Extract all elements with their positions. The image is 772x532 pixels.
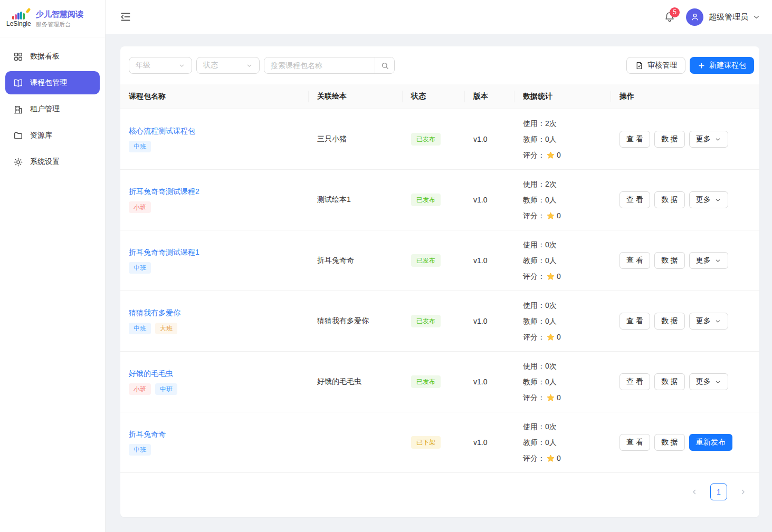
usage-value: 0次 <box>545 297 557 313</box>
cell-version: v1.0 <box>465 373 514 390</box>
cell-stats: 使用：0次 教师：0人 评分： 0 <box>514 354 611 410</box>
sidebar-item-label: 资源库 <box>30 131 52 140</box>
cell-actions: 查 看 数 据 更多 <box>611 369 759 394</box>
notification-bell-icon[interactable]: 5 <box>664 11 675 23</box>
course-package-panel: 年级 状态 <box>120 46 759 517</box>
chevron-down-icon <box>714 136 721 143</box>
sidebar-item-label: 租户管理 <box>30 104 60 114</box>
chevron-down-icon <box>178 62 185 69</box>
course-package-link[interactable]: 好饿的毛毛虫 <box>129 369 173 379</box>
lesingle-logo-icon: LeSingle <box>6 10 31 27</box>
star-icon <box>546 393 555 402</box>
table-header: 课程包名称 关联绘本 状态 版本 数据统计 操作 <box>120 84 759 109</box>
brand-subtitle: 服务管理后台 <box>36 21 83 28</box>
course-package-link[interactable]: 折耳兔奇奇 <box>129 430 166 439</box>
cell-version: v1.0 <box>465 131 514 148</box>
more-button[interactable]: 更多 <box>689 252 728 269</box>
usage-value: 0次 <box>545 358 557 374</box>
file-check-icon <box>635 61 644 70</box>
data-button[interactable]: 数 据 <box>654 131 685 148</box>
more-button[interactable]: 更多 <box>689 131 728 148</box>
grade-tags: 小班中班 <box>129 383 177 395</box>
republish-button[interactable]: 重新发布 <box>689 434 732 451</box>
grade-tag: 中班 <box>129 323 151 334</box>
sidebar-item-label: 系统设置 <box>30 157 60 167</box>
rating-value: 0 <box>557 208 561 224</box>
cell-actions: 查 看 数 据 重新发布 <box>611 430 759 455</box>
star-icon <box>546 272 555 281</box>
cell-book: 三只小猪 <box>309 130 403 148</box>
status-badge: 已发布 <box>411 254 441 267</box>
grade-tag: 小班 <box>129 383 151 395</box>
sidebar-item-label: 数据看板 <box>30 52 60 61</box>
notification-count-badge: 5 <box>670 7 680 17</box>
more-button[interactable]: 更多 <box>689 191 728 208</box>
user-menu[interactable]: 超级管理员 <box>686 8 760 26</box>
pagination: 1 <box>120 473 759 517</box>
sidebar-item-dashboard[interactable]: 数据看板 <box>5 45 100 68</box>
sidebar: LeSingle 少儿智慧阅读 服务管理后台 数据看板 课程包管理 租户管理 资… <box>0 0 106 532</box>
course-package-link[interactable]: 折耳兔奇奇测试课程2 <box>129 187 199 197</box>
view-button[interactable]: 查 看 <box>619 313 650 330</box>
star-icon <box>546 151 555 160</box>
course-package-link[interactable]: 核心流程测试课程包 <box>129 127 195 136</box>
menu-fold-icon[interactable] <box>119 11 132 23</box>
rating-value: 0 <box>557 147 561 163</box>
status-badge: 已发布 <box>411 375 441 388</box>
cell-actions: 查 看 数 据 更多 <box>611 127 759 152</box>
review-management-button[interactable]: 审核管理 <box>626 57 685 74</box>
search-box <box>264 57 395 74</box>
grade-tags: 中班大班 <box>129 323 177 334</box>
more-button[interactable]: 更多 <box>689 313 728 330</box>
cell-version: v1.0 <box>465 434 514 451</box>
search-icon[interactable] <box>375 57 394 73</box>
grade-tag: 中班 <box>129 141 151 152</box>
teachers-value: 0人 <box>545 253 557 268</box>
search-input[interactable] <box>264 57 375 73</box>
cell-version: v1.0 <box>465 252 514 269</box>
star-icon <box>546 454 555 463</box>
folder-icon <box>13 131 23 141</box>
data-button[interactable]: 数 据 <box>654 373 685 390</box>
status-badge: 已发布 <box>411 133 441 146</box>
teachers-value: 0人 <box>545 131 557 147</box>
cell-actions: 查 看 数 据 更多 <box>611 187 759 212</box>
course-package-link[interactable]: 猜猜我有多爱你 <box>129 308 180 318</box>
data-button[interactable]: 数 据 <box>654 313 685 330</box>
teachers-value: 0人 <box>545 434 557 450</box>
sidebar-item-tenants[interactable]: 租户管理 <box>5 98 100 121</box>
view-button[interactable]: 查 看 <box>619 191 650 208</box>
cell-book: 好饿的毛毛虫 <box>309 373 403 391</box>
star-icon <box>546 333 555 342</box>
cell-stats: 使用：0次 教师：0人 评分： 0 <box>514 293 611 349</box>
chevron-down-icon <box>752 13 760 21</box>
pagination-prev-icon[interactable] <box>688 485 701 499</box>
grade-select[interactable]: 年级 <box>129 57 192 74</box>
course-package-link[interactable]: 折耳兔奇奇测试课程1 <box>129 248 199 257</box>
cell-version: v1.0 <box>465 313 514 330</box>
more-button[interactable]: 更多 <box>689 373 728 390</box>
sidebar-item-settings[interactable]: 系统设置 <box>5 150 100 173</box>
status-select[interactable]: 状态 <box>196 57 260 74</box>
pagination-next-icon[interactable] <box>736 485 750 499</box>
cell-actions: 查 看 数 据 更多 <box>611 248 759 273</box>
view-button[interactable]: 查 看 <box>619 373 650 390</box>
data-button[interactable]: 数 据 <box>654 191 685 208</box>
column-header-version: 版本 <box>465 92 514 101</box>
grade-tag: 大班 <box>155 323 177 334</box>
plus-icon <box>698 62 706 70</box>
pagination-page-1[interactable]: 1 <box>710 483 727 500</box>
grade-tags: 中班 <box>129 262 151 274</box>
cell-book: 测试绘本1 <box>309 191 403 209</box>
view-button[interactable]: 查 看 <box>619 131 650 148</box>
data-button[interactable]: 数 据 <box>654 252 685 269</box>
view-button[interactable]: 查 看 <box>619 434 650 451</box>
sidebar-item-course-packages[interactable]: 课程包管理 <box>5 71 100 94</box>
create-course-package-button[interactable]: 新建课程包 <box>690 57 754 74</box>
status-badge: 已发布 <box>411 315 441 327</box>
sidebar-item-resources[interactable]: 资源库 <box>5 124 100 147</box>
column-header-book: 关联绘本 <box>309 92 403 101</box>
teachers-value: 0人 <box>545 374 557 390</box>
view-button[interactable]: 查 看 <box>619 252 650 269</box>
data-button[interactable]: 数 据 <box>654 434 685 451</box>
